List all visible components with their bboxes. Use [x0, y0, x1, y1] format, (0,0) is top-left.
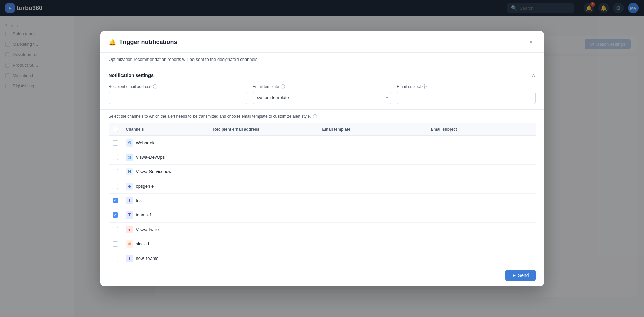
channel-label-viswa-devops: Viswa-DevOps	[136, 155, 165, 160]
table-row: ⚙ Webhook	[109, 135, 536, 150]
row-template-cell-viswa-devops	[318, 150, 427, 164]
row-template-cell-opsgenie	[318, 179, 427, 193]
table-header-row: Channels Recipient email address Email t…	[109, 123, 536, 136]
channels-table-wrapper[interactable]: Channels Recipient email address Email t…	[100, 123, 544, 264]
channel-label-teams-1: teams-1	[136, 212, 152, 217]
row-checkbox-viswa-devops[interactable]	[113, 155, 118, 160]
row-checkbox-webhook[interactable]	[113, 140, 118, 146]
channel-label-test: test	[136, 198, 143, 203]
row-template-cell-slack-1	[318, 237, 427, 251]
row-checkbox-cell-viswa-servicenow	[109, 164, 122, 179]
row-subject-cell-webhook	[427, 135, 536, 150]
modal-close-button[interactable]: ×	[526, 38, 536, 47]
row-checkbox-cell-viswa-devops	[109, 150, 122, 164]
modal-subtitle: Optimization recommendation reports will…	[100, 53, 544, 66]
row-checkbox-cell-test	[109, 193, 122, 208]
channel-label-new_teams: new_teams	[136, 256, 158, 261]
row-email-cell-webhook	[209, 135, 318, 150]
row-template-cell-viswa-twilio	[318, 222, 427, 237]
channel-label-viswa-twilio: Viswa-twilio	[136, 227, 159, 232]
channel-name-opsgenie: ◆ opsgenie	[126, 183, 205, 190]
email-subject-input[interactable]	[397, 92, 535, 104]
notif-settings-title: Notification settings	[109, 73, 154, 78]
recipient-email-info-icon[interactable]: ⓘ	[153, 84, 157, 90]
row-subject-cell-new_teams	[427, 251, 536, 264]
row-name-cell-viswa-servicenow: N Viswa-Servicenow	[122, 164, 209, 179]
col-template-header: Email template	[318, 123, 427, 136]
channel-name-teams-1: T teams-1	[126, 211, 205, 219]
collapse-button[interactable]: ∧	[531, 72, 536, 79]
channel-name-viswa-twilio: ● Viswa-twilio	[126, 226, 205, 233]
table-row: ● Viswa-twilio	[109, 222, 536, 237]
send-icon: ➤	[512, 273, 516, 278]
table-row: T teams-1	[109, 208, 536, 222]
email-template-select[interactable]: system template custom template	[253, 92, 391, 104]
table-row: ◆ opsgenie	[109, 179, 536, 193]
channel-icon-new_teams: T	[126, 255, 133, 262]
col-email-header: Recipient email address	[209, 123, 318, 136]
row-name-cell-viswa-twilio: ● Viswa-twilio	[122, 222, 209, 237]
channel-icon-viswa-servicenow: N	[126, 168, 133, 175]
row-checkbox-new_teams[interactable]	[113, 256, 118, 261]
recipient-email-label: Recipient email address ⓘ	[109, 84, 247, 90]
channel-icon-viswa-devops: ◑	[126, 154, 133, 161]
recipient-email-input[interactable]	[109, 92, 247, 104]
row-name-cell-webhook: ⚙ Webhook	[122, 135, 209, 150]
email-template-field: Email template ⓘ system template custom …	[253, 84, 391, 104]
row-checkbox-opsgenie[interactable]	[113, 184, 118, 189]
channel-name-new_teams: T new_teams	[126, 255, 205, 262]
row-checkbox-slack-1[interactable]	[113, 241, 118, 247]
row-subject-cell-slack-1	[427, 237, 536, 251]
row-email-cell-viswa-devops	[209, 150, 318, 164]
table-row: # slack-1	[109, 237, 536, 251]
row-template-cell-teams-1	[318, 208, 427, 222]
send-button[interactable]: ➤ Send	[505, 270, 536, 281]
select-all-checkbox[interactable]	[113, 127, 118, 132]
row-subject-cell-viswa-devops	[427, 150, 536, 164]
email-template-label: Email template ⓘ	[253, 84, 391, 90]
row-checkbox-test[interactable]	[113, 198, 118, 203]
row-email-cell-slack-1	[209, 237, 318, 251]
channel-name-test: T test	[126, 197, 205, 204]
row-subject-cell-teams-1	[427, 208, 536, 222]
row-checkbox-viswa-twilio[interactable]	[113, 227, 118, 232]
modal-overlay[interactable]: 🔔 Trigger notifications × Optimization r…	[0, 0, 644, 317]
row-subject-cell-viswa-servicenow	[427, 164, 536, 179]
row-checkbox-viswa-servicenow[interactable]	[113, 169, 118, 174]
channel-info-text: Select the channels to which the alert n…	[100, 110, 544, 123]
channel-info-icon[interactable]: ⓘ	[313, 114, 317, 119]
channel-icon-teams-1: T	[126, 211, 133, 219]
col-checkbox-header	[109, 123, 122, 136]
modal-footer: ➤ Send	[100, 264, 544, 286]
channel-icon-opsgenie: ◆	[126, 183, 133, 190]
recipient-email-field: Recipient email address ⓘ	[109, 84, 247, 104]
row-name-cell-test: T test	[122, 193, 209, 208]
row-email-cell-viswa-servicenow	[209, 164, 318, 179]
table-row: T test	[109, 193, 536, 208]
row-name-cell-new_teams: T new_teams	[122, 251, 209, 264]
row-checkbox-teams-1[interactable]	[113, 212, 118, 218]
channel-icon-test: T	[126, 197, 133, 204]
email-subject-label: Email subject ⓘ	[397, 84, 535, 90]
modal-title-container: 🔔 Trigger notifications	[109, 39, 177, 46]
channel-name-webhook: ⚙ Webhook	[126, 139, 205, 147]
row-name-cell-viswa-devops: ◑ Viswa-DevOps	[122, 150, 209, 164]
table-row: T new_teams	[109, 251, 536, 264]
table-row: N Viswa-Servicenow	[109, 164, 536, 179]
notification-settings-section: Notification settings ∧ Recipient email …	[100, 66, 544, 110]
email-template-info-icon[interactable]: ⓘ	[281, 84, 285, 90]
row-email-cell-viswa-twilio	[209, 222, 318, 237]
row-name-cell-opsgenie: ◆ opsgenie	[122, 179, 209, 193]
row-name-cell-slack-1: # slack-1	[122, 237, 209, 251]
row-email-cell-test	[209, 193, 318, 208]
row-email-cell-opsgenie	[209, 179, 318, 193]
notif-settings-header: Notification settings ∧	[109, 72, 536, 79]
row-template-cell-viswa-servicenow	[318, 164, 427, 179]
modal-body: Notification settings ∧ Recipient email …	[100, 66, 544, 264]
channel-name-slack-1: # slack-1	[126, 240, 205, 248]
row-checkbox-cell-viswa-twilio	[109, 222, 122, 237]
email-subject-field: Email subject ⓘ	[397, 84, 535, 104]
col-channels-header: Channels	[122, 123, 209, 136]
email-subject-info-icon[interactable]: ⓘ	[422, 84, 427, 90]
row-subject-cell-test	[427, 193, 536, 208]
